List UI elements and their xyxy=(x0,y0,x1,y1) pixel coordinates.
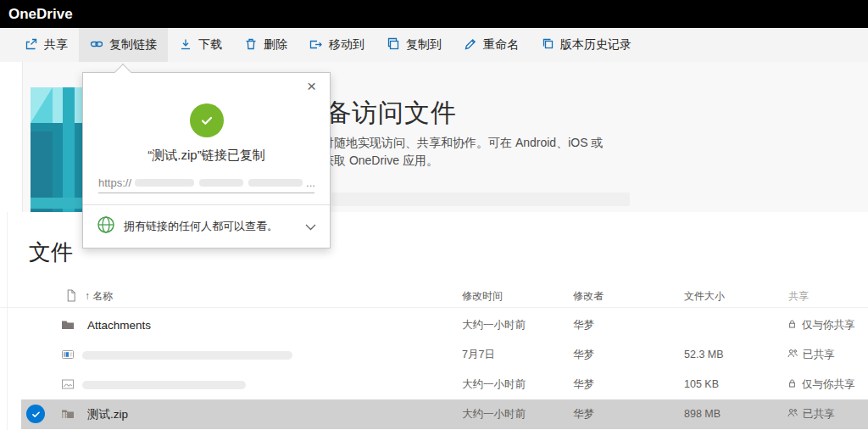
copy-link-icon xyxy=(90,37,103,53)
modified-cell: 7月7日 xyxy=(462,340,495,370)
copy-to-label: 复制到 xyxy=(406,37,442,53)
modified-cell: 大约一小时前 xyxy=(462,370,526,399)
document-type-icon xyxy=(64,288,77,305)
column-header-size[interactable]: 文件大小 xyxy=(684,284,725,308)
pencil-icon xyxy=(464,37,477,53)
sharing-cell[interactable]: 仅与你共享 xyxy=(787,370,855,399)
size-cell: 898 MB xyxy=(684,399,721,429)
version-history-icon xyxy=(541,37,554,53)
size-cell: 52.3 MB xyxy=(684,340,724,370)
zip-file-icon xyxy=(61,407,75,421)
sharing-status: 仅与你共享 xyxy=(802,318,855,332)
link-copied-message: “测试.zip”链接已复制 xyxy=(83,148,330,164)
banner-heading: 备访问文件 xyxy=(326,96,457,131)
onedrive-window: OneDrive 共享 复制链接 下载 删除 移动到 复制到 重命名 xyxy=(0,0,868,430)
link-copied-flyout: × “测试.zip”链接已复制 https:// ... 拥有链接的任何人都可以… xyxy=(82,72,331,249)
copy-link-button[interactable]: 复制链接 xyxy=(79,28,168,62)
download-icon xyxy=(179,37,192,53)
app-header: OneDrive xyxy=(0,0,868,28)
share-icon xyxy=(25,37,38,53)
delete-button[interactable]: 删除 xyxy=(233,28,298,62)
modified-by-cell: 华梦 xyxy=(573,370,594,399)
table-row-redacted-2[interactable]: 大约一小时前 华梦 105 KB 仅与你共享 xyxy=(0,370,868,399)
trash-icon xyxy=(244,37,258,53)
move-to-icon xyxy=(309,37,323,53)
move-to-button[interactable]: 移动到 xyxy=(298,28,376,62)
modified-by-cell: 华梦 xyxy=(573,399,594,429)
move-to-label: 移动到 xyxy=(329,37,364,53)
success-check-icon xyxy=(190,103,224,137)
column-header-name[interactable]: ↑ 名称 xyxy=(85,284,113,308)
redacted-name xyxy=(82,351,292,360)
redacted-name xyxy=(82,381,246,389)
copy-to-button[interactable]: 复制到 xyxy=(376,28,453,62)
rename-button[interactable]: 重命名 xyxy=(453,28,530,62)
share-button[interactable]: 共享 xyxy=(14,28,79,62)
version-history-button[interactable]: 版本历史记录 xyxy=(530,28,643,62)
download-button[interactable]: 下载 xyxy=(168,28,233,62)
size-cell: 105 KB xyxy=(684,370,719,399)
version-history-label: 版本历史记录 xyxy=(560,37,632,53)
copy-to-icon xyxy=(387,37,400,53)
rename-label: 重命名 xyxy=(483,37,519,53)
sort-ascending-icon: ↑ xyxy=(85,290,90,302)
modified-cell: 大约一小时前 xyxy=(462,310,526,340)
table-row-redacted-1[interactable]: 7月7日 华梦 52.3 MB 已共享 xyxy=(0,340,868,370)
copy-link-label: 复制链接 xyxy=(109,37,157,53)
url-ellipsis: ... xyxy=(306,176,315,189)
folder-icon xyxy=(61,318,75,332)
table-header: ↑ 名称 修改时间 修改者 文件大小 共享 xyxy=(0,284,868,308)
file-name: Attachments xyxy=(87,310,151,340)
sharing-status: 已共享 xyxy=(803,407,835,422)
modified-by-cell: 华梦 xyxy=(573,340,594,370)
chevron-down-icon[interactable] xyxy=(305,219,316,234)
sharing-cell[interactable]: 仅与你共享 xyxy=(787,310,855,340)
banner-text-line1: 时随地实现访问、共享和协作。可在 Android、iOS 或 xyxy=(322,136,603,151)
banner-text-line2: 获取 OneDrive 应用。 xyxy=(322,154,438,169)
redacted-url xyxy=(135,179,303,187)
files-heading: 文件 xyxy=(29,237,73,267)
people-icon xyxy=(787,407,798,422)
selected-row-highlight xyxy=(21,399,868,429)
globe-icon xyxy=(97,215,115,237)
link-permission-dropdown[interactable]: 拥有链接的任何人都可以查看。 xyxy=(83,204,330,248)
sharing-cell[interactable]: 已共享 xyxy=(787,399,835,429)
lock-icon xyxy=(787,377,798,392)
modified-by-cell: 华梦 xyxy=(573,310,594,340)
sharing-status: 仅与你共享 xyxy=(802,377,855,392)
image-file-icon xyxy=(61,377,75,391)
sharing-status: 已共享 xyxy=(803,348,835,362)
selected-check-icon[interactable] xyxy=(26,405,45,423)
media-file-icon xyxy=(61,348,75,361)
lock-icon xyxy=(787,318,798,332)
close-icon[interactable]: × xyxy=(307,78,316,94)
download-label: 下载 xyxy=(198,37,222,53)
column-header-modified-by[interactable]: 修改者 xyxy=(573,284,604,308)
copied-url-field[interactable]: https:// ... xyxy=(98,173,314,193)
table-row-attachments[interactable]: Attachments 大约一小时前 华梦 仅与你共享 xyxy=(0,310,868,340)
url-prefix: https:// xyxy=(98,176,131,189)
modified-cell: 大约一小时前 xyxy=(462,399,526,429)
people-icon xyxy=(787,348,798,362)
delete-label: 删除 xyxy=(264,37,287,53)
banner-illustration xyxy=(31,87,84,214)
file-name: 测试.zip xyxy=(87,399,128,429)
sharing-cell[interactable]: 已共享 xyxy=(787,340,835,370)
onedrive-logo[interactable]: OneDrive xyxy=(8,6,73,22)
redacted-region xyxy=(331,193,630,206)
permission-text: 拥有链接的任何人都可以查看。 xyxy=(124,219,297,234)
share-label: 共享 xyxy=(44,37,68,53)
table-row-selected[interactable]: 测试.zip 大约一小时前 华梦 898 MB 已共享 xyxy=(0,399,868,429)
column-header-modified[interactable]: 修改时间 xyxy=(462,284,503,308)
column-header-sharing[interactable]: 共享 xyxy=(788,284,809,308)
command-toolbar: 共享 复制链接 下载 删除 移动到 复制到 重命名 版本历史记录 xyxy=(0,28,868,62)
